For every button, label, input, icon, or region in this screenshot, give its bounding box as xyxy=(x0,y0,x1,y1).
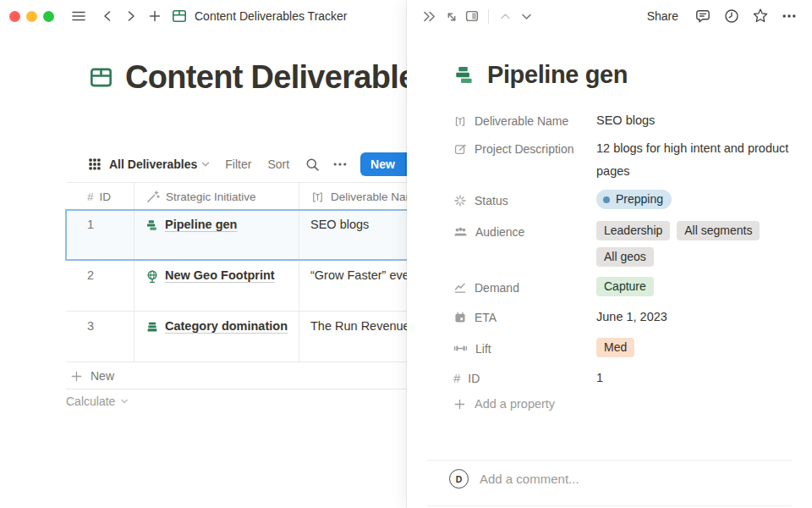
breadcrumb[interactable]: Content Deliverables Tracker xyxy=(171,8,348,25)
row-id: 2 xyxy=(87,268,94,282)
sidebar-toggle-button[interactable] xyxy=(68,5,90,27)
add-property-button[interactable]: Add a property xyxy=(453,397,797,411)
search-button[interactable] xyxy=(305,157,320,172)
audience-tag[interactable]: Leadership xyxy=(596,221,670,240)
page-more-button[interactable] xyxy=(777,5,800,28)
property-label[interactable]: Lift xyxy=(453,340,596,357)
property-row-id: # ID 1 xyxy=(453,369,797,387)
property-row-deliverable-name: Deliverable Name SEO blogs xyxy=(453,112,797,130)
edit-square-icon xyxy=(453,142,467,156)
property-value[interactable]: SEO blogs xyxy=(596,112,797,130)
initiative-cell[interactable]: New Geo Footprint xyxy=(134,261,299,311)
next-record-button[interactable] xyxy=(516,6,537,27)
comments-button[interactable] xyxy=(691,5,714,28)
record-title[interactable]: Pipeline gen xyxy=(487,61,628,89)
page-table-icon xyxy=(171,8,188,25)
property-row-lift: Lift Med xyxy=(453,340,797,357)
property-label[interactable]: Demand xyxy=(453,279,596,296)
lift-tag[interactable]: Med xyxy=(596,338,634,357)
people-icon xyxy=(453,224,468,239)
calendar-icon xyxy=(453,311,467,324)
deliverable-cell[interactable]: The Run Revenue S xyxy=(299,312,407,362)
search-icon xyxy=(305,157,320,172)
nav-back-button[interactable] xyxy=(96,5,118,27)
sort-button[interactable]: Sort xyxy=(267,157,289,171)
audience-tag[interactable]: All geos xyxy=(596,247,654,267)
page-title[interactable]: Content Deliverables Tracker xyxy=(125,59,407,96)
zoom-window-button[interactable] xyxy=(43,11,54,22)
property-label[interactable]: Audience xyxy=(453,223,596,240)
initiative-cell[interactable]: Pipeline gen xyxy=(134,210,299,260)
chevron-left-icon xyxy=(101,9,114,23)
page-link[interactable]: Pipeline gen xyxy=(165,218,237,231)
property-value[interactable]: June 1, 2023 xyxy=(596,308,797,326)
property-value[interactable]: Capture xyxy=(596,277,797,296)
comment-bubble-icon xyxy=(694,8,711,25)
side-peek-panel: Share Pipeline gen xyxy=(407,0,812,508)
close-window-button[interactable] xyxy=(9,11,20,22)
property-label[interactable]: ETA xyxy=(453,308,596,326)
minimize-window-button[interactable] xyxy=(26,11,37,22)
filter-button[interactable]: Filter xyxy=(225,157,251,171)
column-header-id[interactable]: # ID xyxy=(66,183,134,210)
comment-composer: D xyxy=(449,469,759,489)
comment-input[interactable] xyxy=(480,472,759,486)
page-table-icon-large[interactable] xyxy=(88,64,114,91)
view-bar: All Deliverables Filter Sort New xyxy=(88,152,407,176)
view-name[interactable]: All Deliverables xyxy=(109,157,197,171)
hash-icon: # xyxy=(453,371,460,385)
updates-button[interactable] xyxy=(720,5,743,28)
property-row-eta: ETA June 1, 2023 xyxy=(453,308,797,326)
table-row[interactable]: 1 Pipeline gen SEO blogs xyxy=(66,210,407,261)
page-link[interactable]: New Geo Footprint xyxy=(165,268,275,282)
title-property-icon xyxy=(453,114,467,128)
open-full-page-button[interactable] xyxy=(440,6,461,27)
share-button[interactable]: Share xyxy=(647,9,678,23)
table-row[interactable]: 2 New Geo Footprint “Grow Faster” eve xyxy=(66,261,407,312)
table-new-row-button[interactable]: New xyxy=(66,363,407,389)
initiative-cell[interactable]: Category domination xyxy=(134,312,299,362)
bar-chart-icon[interactable] xyxy=(453,64,476,86)
property-value[interactable]: Prepping xyxy=(596,190,797,209)
close-peek-button[interactable] xyxy=(419,6,440,27)
column-header-deliverable-name[interactable]: Deliverable Name xyxy=(299,183,407,210)
favorite-button[interactable] xyxy=(749,5,771,28)
table-row[interactable]: 3 Category domination The Run Revenue S xyxy=(66,312,407,362)
side-peek-icon xyxy=(464,8,480,24)
expand-diagonal-icon xyxy=(444,9,458,23)
property-label[interactable]: Status xyxy=(453,191,596,209)
property-row-status: Status Prepping xyxy=(453,191,797,209)
view-chevron-down-icon[interactable] xyxy=(200,159,211,169)
page-link[interactable]: Category domination xyxy=(165,319,288,333)
deliverable-cell[interactable]: “Grow Faster” eve xyxy=(299,261,407,311)
globe-icon xyxy=(145,269,159,284)
status-pill[interactable]: Prepping xyxy=(596,190,672,209)
new-tab-button[interactable] xyxy=(144,5,166,27)
dumbbell-icon xyxy=(453,341,468,356)
side-peek-mode-button[interactable] xyxy=(461,6,482,27)
property-value[interactable]: Leadership All segments All geos xyxy=(596,223,797,267)
property-label[interactable]: Deliverable Name xyxy=(453,112,596,130)
audience-tag[interactable]: All segments xyxy=(677,221,760,240)
breadcrumb-title: Content Deliverables Tracker xyxy=(195,9,348,23)
page-title-row: Content Deliverables Tracker xyxy=(88,59,407,96)
property-value[interactable]: Med xyxy=(596,338,797,357)
property-label[interactable]: Project Description xyxy=(453,140,596,157)
column-header-strategic-initiative[interactable]: Strategic Initiative xyxy=(134,183,299,210)
window-controls xyxy=(9,11,54,22)
panel-toolbar: Share xyxy=(407,0,812,32)
table-view-icon[interactable] xyxy=(88,157,102,171)
view-more-button[interactable] xyxy=(332,157,348,172)
window-toolbar: Content Deliverables Tracker xyxy=(0,0,407,32)
property-value[interactable]: 12 blogs for high intent and product pag… xyxy=(596,137,797,183)
previous-record-button[interactable] xyxy=(495,6,516,27)
deliverable-cell[interactable]: SEO blogs xyxy=(299,210,407,260)
calculate-button[interactable]: Calculate xyxy=(66,395,129,408)
property-label[interactable]: # ID xyxy=(453,369,596,387)
property-value[interactable]: 1 xyxy=(596,369,797,387)
toolbar-divider xyxy=(488,9,489,24)
nav-forward-button[interactable] xyxy=(120,5,142,27)
chevron-up-icon xyxy=(499,10,512,23)
demand-tag[interactable]: Capture xyxy=(596,277,654,296)
new-button[interactable]: New xyxy=(360,152,407,176)
